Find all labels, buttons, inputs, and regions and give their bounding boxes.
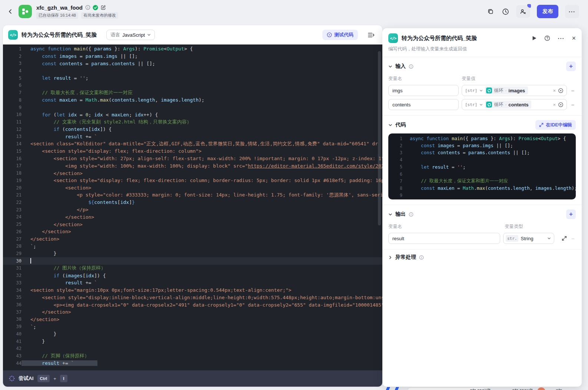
output-section-header[interactable]: 输出 + xyxy=(388,209,576,219)
code-line[interactable]: 21 <p style="color: #333333; margin: 0; … xyxy=(3,191,382,199)
remove-input-button[interactable]: − xyxy=(570,102,576,108)
topbar-more-button[interactable]: ··· xyxy=(565,5,579,18)
duplicate-icon[interactable] xyxy=(486,7,495,16)
app-icon[interactable] xyxy=(19,5,32,18)
code-section-header[interactable]: 代码 在IDE中编辑 xyxy=(388,120,576,130)
code-line[interactable]: 1async function main({ params }: Args): … xyxy=(388,135,576,142)
clear-ref-button[interactable]: × xyxy=(553,102,556,107)
code-preview[interactable]: 1async function main({ params }: Args): … xyxy=(388,133,576,199)
close-button[interactable]: × xyxy=(572,35,576,42)
code-line[interactable]: 43 // 页脚（保持原样） xyxy=(3,352,382,360)
input-section-header[interactable]: 输入 + xyxy=(388,62,576,71)
edit-in-ide-button[interactable]: 在IDE中编辑 xyxy=(535,120,576,130)
code-line[interactable]: 9 xyxy=(388,192,576,199)
code-line[interactable]: 38</section> xyxy=(3,316,382,323)
code-line[interactable]: 25 </section> xyxy=(3,221,382,228)
code-line[interactable]: 14<section class="KolEditor" data-mtitle… xyxy=(3,140,382,148)
code-line[interactable]: 8 const maxLen = Math.max(contents.lengt… xyxy=(3,96,382,104)
config-more-button[interactable]: ··· xyxy=(558,35,564,42)
code-line[interactable]: 2 const images = params.imgs || []; xyxy=(388,142,576,149)
try-ai-button[interactable]: 尝试AI xyxy=(19,375,34,382)
code-line[interactable]: 19 <section style="display: flex; flex-d… xyxy=(3,177,382,184)
code-line[interactable]: 9 xyxy=(3,104,382,111)
test-code-button[interactable]: 测试代码 xyxy=(322,30,358,40)
code-line[interactable]: 6 xyxy=(388,171,576,178)
locate-ref-button[interactable] xyxy=(558,88,564,93)
remove-output-button[interactable]: − xyxy=(570,235,576,242)
collaboration-button[interactable] xyxy=(516,5,530,18)
code-line[interactable]: 39`; xyxy=(3,323,382,330)
code-line[interactable]: 26 </section> xyxy=(3,228,382,235)
code-line[interactable]: 16 <section style="width: 27px; align-se… xyxy=(3,155,382,162)
line-number: 5 xyxy=(388,164,402,169)
info-icon[interactable] xyxy=(409,64,413,69)
code-line[interactable]: 36 <p><img data-cropselx1="0" data-crops… xyxy=(3,301,382,308)
input-name-field[interactable]: contents xyxy=(388,99,459,110)
line-number: 13 xyxy=(3,134,21,139)
publish-button[interactable]: 发布 xyxy=(537,5,558,18)
code-line[interactable]: 10 for (let idx = 0; idx < maxLen; idx++… xyxy=(388,199,576,199)
code-line[interactable]: 27</section> xyxy=(3,235,382,243)
code-editor[interactable]: 1async function main({ params }: Args): … xyxy=(3,44,382,370)
code-line[interactable]: 24 </section> xyxy=(3,214,382,221)
code-line[interactable]: 37 </section> xyxy=(3,308,382,316)
code-line[interactable]: 29 } xyxy=(3,250,382,257)
add-output-button[interactable]: + xyxy=(566,209,576,219)
info-icon[interactable] xyxy=(409,212,413,217)
code-line[interactable]: 42 xyxy=(3,345,382,352)
code-line[interactable]: 5 let result = ''; xyxy=(3,75,382,82)
history-icon[interactable] xyxy=(501,7,509,16)
clear-ref-button[interactable]: × xyxy=(553,88,556,93)
output-type-select[interactable]: str. String xyxy=(503,233,554,244)
input-value-field[interactable]: [str] 循环 · contents × xyxy=(462,99,567,110)
code-line[interactable]: 28`; xyxy=(3,242,382,250)
chevron-down-icon xyxy=(547,237,551,240)
edit-icon[interactable] xyxy=(100,5,106,10)
code-line[interactable]: 11 // 文案块（完全复刻 style2.html 结构，只替换文案内容） xyxy=(3,118,382,126)
run-list-icon[interactable] xyxy=(367,31,375,39)
back-button[interactable] xyxy=(6,7,15,16)
code-line[interactable]: 23 </p> xyxy=(3,206,382,214)
code-line[interactable]: 40 } xyxy=(3,330,382,338)
add-input-button[interactable]: + xyxy=(566,62,576,71)
code-line[interactable]: 35 <section style="display:inline-block;… xyxy=(3,294,382,301)
run-node-button[interactable] xyxy=(532,36,537,41)
code-line[interactable]: 4 xyxy=(388,156,576,163)
output-name-field[interactable]: result xyxy=(388,233,500,244)
remove-input-button[interactable]: − xyxy=(570,87,576,94)
code-line[interactable]: 41 } xyxy=(3,338,382,345)
code-line[interactable]: 30 xyxy=(3,257,382,265)
code-line[interactable]: 5 let result = ''; xyxy=(388,163,576,171)
code-line[interactable]: 34<section style="margin:10px 0px;font-s… xyxy=(3,287,382,294)
code-line[interactable]: 7 // 取最大长度，保证文案和图片一一对应 xyxy=(388,178,576,185)
code-line[interactable]: 18 </section> xyxy=(3,169,382,177)
input-value-field[interactable]: [str] 循环 · images × xyxy=(462,85,567,96)
info-icon[interactable] xyxy=(419,255,424,260)
code-line[interactable]: 32 if (images[idx]) { xyxy=(3,272,382,279)
code-line[interactable]: 12 if (contents[idx]) { xyxy=(3,126,382,133)
code-line[interactable]: 13 result += ` xyxy=(3,133,382,141)
code-line[interactable]: 7 // 取最大长度，保证文案和图片一一对应 xyxy=(3,89,382,96)
code-line[interactable]: 2 const images = params.imgs || []; xyxy=(3,53,382,60)
code-line[interactable]: 15 <section style="display: flex; flex-d… xyxy=(3,148,382,155)
code-line[interactable]: 44 result += ` xyxy=(3,360,382,367)
code-line[interactable]: 33 result += ` xyxy=(3,279,382,287)
code-line[interactable]: 22 ${contents[idx]} xyxy=(3,199,382,206)
input-name-field[interactable]: imgs xyxy=(388,85,459,96)
help-button[interactable] xyxy=(544,35,550,41)
code-line[interactable]: 10 for (let idx = 0; idx < maxLen; idx++… xyxy=(3,111,382,118)
code-line[interactable]: 17 <img style="width: 100%; max-width: 1… xyxy=(3,162,382,170)
expand-output-button[interactable] xyxy=(562,236,567,241)
exception-section-header[interactable]: 异常处理 xyxy=(388,254,576,261)
code-line[interactable]: 31 // 图片块（保持原样） xyxy=(3,265,382,272)
language-select[interactable]: 语言 JavaScript xyxy=(106,30,155,40)
code-line[interactable]: 8 const maxLen = Math.max(contents.lengt… xyxy=(388,185,576,192)
info-icon[interactable] xyxy=(85,5,90,10)
code-line[interactable]: 20 <section> xyxy=(3,184,382,192)
code-line[interactable]: 4 xyxy=(3,67,382,75)
code-line[interactable]: 1async function main({ params }: Args): … xyxy=(3,45,382,53)
code-line[interactable]: 6 xyxy=(3,82,382,89)
code-line[interactable]: 3 const contents = params.contents || []… xyxy=(3,60,382,67)
code-line[interactable]: 3 const contents = params.contents || []… xyxy=(388,149,576,156)
locate-ref-button[interactable] xyxy=(558,102,564,108)
